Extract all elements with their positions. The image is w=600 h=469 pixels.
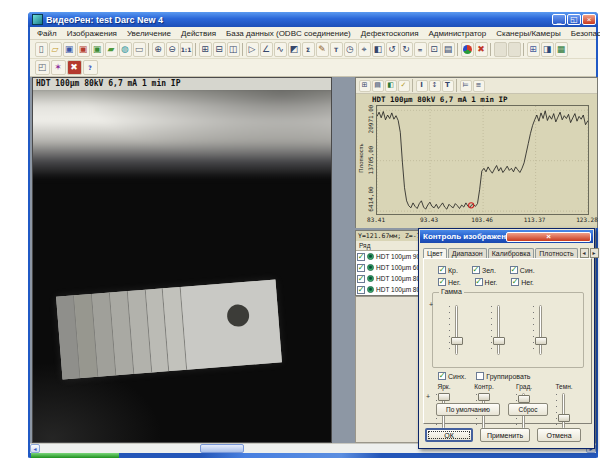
option-0[interactable]: ✓Синх.	[438, 372, 466, 380]
adjust-slider-3[interactable]	[552, 391, 576, 431]
print-preview-button[interactable]: ◰	[35, 60, 50, 75]
angle-tool-button[interactable]: ∠	[260, 42, 273, 57]
batch-tool-button[interactable]: ✶	[51, 60, 66, 75]
negative-checkbox-1[interactable]: ✓	[475, 278, 483, 286]
slider-thumb[interactable]	[518, 395, 530, 403]
close-button[interactable]: ×	[582, 14, 596, 25]
chart-legend-button[interactable]: ≡	[473, 80, 485, 92]
slider-thumb[interactable]	[558, 414, 570, 422]
slider-thumb[interactable]	[451, 337, 463, 345]
color-remove-button[interactable]: ✖	[475, 42, 488, 57]
open-folder-button[interactable]: ▱	[49, 42, 62, 57]
export-image-button[interactable]: ▰	[105, 42, 118, 57]
tab-scroll-arrow-1[interactable]: ►	[590, 248, 599, 258]
gamma-slider-1[interactable]	[487, 303, 511, 357]
menu-item-4[interactable]: База данных (ODBC соединение)	[221, 29, 356, 38]
tab-1[interactable]: Диапазон	[448, 248, 487, 258]
clock-tool-button[interactable]: ◷	[344, 42, 357, 57]
negative-0[interactable]: ✓Нег.	[438, 278, 461, 286]
xray-image[interactable]	[33, 90, 331, 442]
negative-checkbox-0[interactable]: ✓	[438, 278, 446, 286]
screen-capture-button[interactable]: ◨	[541, 42, 554, 57]
print-button[interactable]: ▭	[133, 42, 146, 57]
channel-1[interactable]: ✓Зел.	[472, 266, 496, 274]
series-checkbox-1[interactable]: ✓	[357, 264, 365, 272]
save-green-button[interactable]: ▣	[91, 42, 104, 57]
equalize-button[interactable]: =	[414, 42, 427, 57]
tab-3[interactable]: Плотность	[535, 248, 577, 258]
title-bar[interactable]: ВидеоРен: test Darc New 4 _ ◱ ×	[28, 12, 598, 27]
slider-thumb[interactable]	[493, 337, 505, 345]
default-button[interactable]: По умолчанию	[436, 403, 500, 416]
filmstrip-button[interactable]: ▤	[442, 42, 455, 57]
scrollbar-thumb[interactable]	[200, 444, 244, 453]
dialog-close-button[interactable]: ×	[506, 232, 591, 242]
rgb-wheel-button[interactable]	[461, 42, 474, 57]
text-tool-button[interactable]: T	[330, 42, 343, 57]
channel-2[interactable]: ✓Син.	[510, 266, 535, 274]
option-checkbox-0[interactable]: ✓	[438, 372, 446, 380]
menu-item-5[interactable]: Дефектоскопия	[356, 29, 424, 38]
save-red-button[interactable]: ▣	[77, 42, 90, 57]
split-horizontal-button[interactable]: ⊟	[213, 42, 226, 57]
calendar-tool-button[interactable]: ▦	[555, 42, 568, 57]
menu-item-1[interactable]: Изображения	[62, 29, 122, 38]
chart-range-button[interactable]: ↕	[429, 80, 441, 92]
help-button[interactable]: ?	[83, 60, 98, 75]
zoom-actual-button[interactable]: 1:1	[180, 42, 193, 57]
frame-info-button[interactable]: ⊡	[428, 42, 441, 57]
option-1[interactable]: Группировать	[476, 372, 530, 380]
gamma-slider-0[interactable]	[445, 303, 469, 357]
delete-image-button[interactable]: ✖	[67, 60, 82, 75]
slider-thumb[interactable]	[478, 393, 490, 401]
globe-button[interactable]: ◍	[119, 42, 132, 57]
channel-checkbox-2[interactable]: ✓	[510, 266, 518, 274]
series-checkbox-3[interactable]: ✓	[357, 286, 365, 294]
dialog-title-bar[interactable]: Контроль изображения ×	[420, 230, 593, 243]
series-checkbox-0[interactable]: ✓	[357, 253, 365, 261]
tab-scroll-arrow-0[interactable]: ◄	[580, 248, 589, 258]
tab-2[interactable]: Калибровка	[488, 248, 535, 258]
histogram-tool-button[interactable]: Σ	[302, 42, 315, 57]
split-vertical-button[interactable]: ◫	[227, 42, 240, 57]
menu-item-8[interactable]: Безопасность	[566, 29, 600, 38]
option-checkbox-1[interactable]	[476, 372, 484, 380]
tile-views-button[interactable]: ⊞	[199, 42, 212, 57]
grid-views-button[interactable]: ⊞	[527, 42, 540, 57]
channel-checkbox-1[interactable]: ✓	[472, 266, 480, 274]
negative-1[interactable]: ✓Нег.	[475, 278, 498, 286]
zoom-out-button[interactable]: ⊖	[166, 42, 179, 57]
gamma-slider-2[interactable]	[529, 303, 553, 357]
new-document-button[interactable]: ▯	[35, 42, 48, 57]
minimize-button[interactable]: _	[552, 14, 566, 25]
chart-color-button[interactable]: ◧	[385, 80, 397, 92]
restore-button[interactable]: ◱	[567, 14, 581, 25]
negative-2[interactable]: ✓Нег.	[511, 278, 534, 286]
menu-item-7[interactable]: Сканеры/Камеры	[491, 29, 565, 38]
slider-thumb[interactable]	[535, 337, 547, 345]
target-tool-button[interactable]: ⌖	[358, 42, 371, 57]
scroll-left-arrow[interactable]: ◄	[30, 444, 40, 453]
rotate-right-button[interactable]: ↻	[400, 42, 413, 57]
menu-item-3[interactable]: Действия	[176, 29, 221, 38]
chart-save-button[interactable]: ▤	[372, 80, 384, 92]
save-button[interactable]: ▣	[63, 42, 76, 57]
chart-apply-button[interactable]: ✓	[398, 80, 410, 92]
chart-vline-button[interactable]: I	[416, 80, 428, 92]
channel-checkbox-0[interactable]: ✓	[438, 266, 446, 274]
rotate-left-button[interactable]: ↺	[386, 42, 399, 57]
menu-item-6[interactable]: Администратор	[423, 29, 491, 38]
slider-thumb[interactable]	[438, 393, 450, 401]
cancel-button[interactable]: Отмена	[537, 428, 581, 442]
series-checkbox-2[interactable]: ✓	[357, 275, 365, 283]
ok-button[interactable]: ОК	[425, 428, 473, 442]
chart-compare-button[interactable]: ⊨	[460, 80, 472, 92]
channel-0[interactable]: ✓Кр.	[438, 266, 458, 274]
reset-button[interactable]: Сброс	[508, 403, 548, 416]
negative-checkbox-2[interactable]: ✓	[511, 278, 519, 286]
profile-chart[interactable]: HDT 100µm 80kV 6,7 mA 1 min IP Плотность…	[356, 94, 597, 228]
profile-tool-button[interactable]: ∿	[274, 42, 287, 57]
zoom-in-button[interactable]: ⊕	[152, 42, 165, 57]
menu-item-0[interactable]: Файл	[32, 29, 62, 38]
plot-area[interactable]	[376, 105, 589, 215]
